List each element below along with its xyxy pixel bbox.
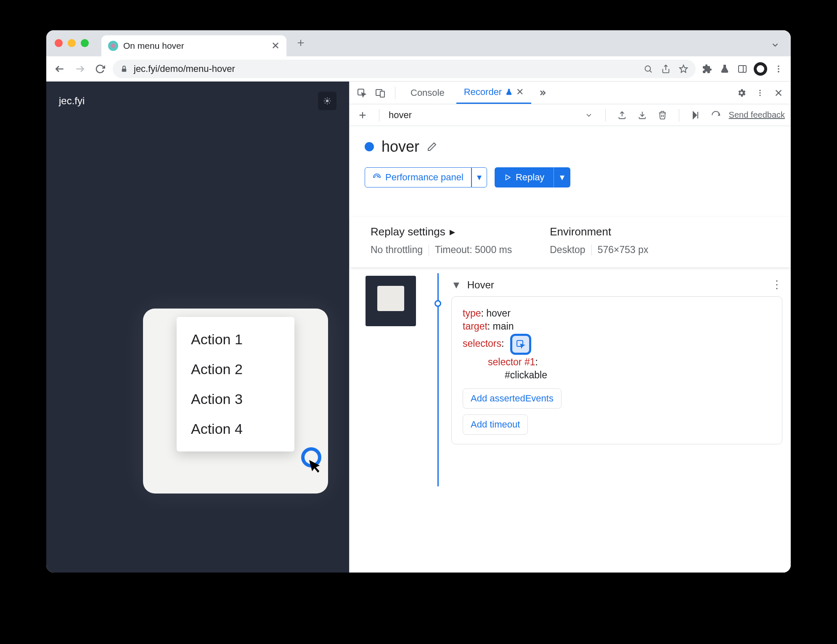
labs-icon[interactable]: [718, 63, 731, 75]
minimize-window-button[interactable]: [68, 39, 76, 47]
close-tab-button[interactable]: ✕: [271, 40, 280, 52]
browser-window: On menu hover ✕ ＋ jec.fyi/demo/menu-hove…: [46, 30, 791, 573]
menu-button[interactable]: [772, 63, 785, 75]
record-status-icon: [365, 142, 374, 151]
more-tabs-icon[interactable]: [535, 86, 550, 100]
settings-icon[interactable]: [734, 86, 749, 100]
gauge-icon: [373, 173, 381, 182]
add-timeout-button[interactable]: Add timeout: [463, 414, 528, 435]
profile-avatar[interactable]: [754, 62, 767, 76]
tab-console[interactable]: Console: [403, 82, 452, 104]
close-tab-icon[interactable]: ✕: [516, 87, 524, 98]
device-mode-icon[interactable]: [373, 86, 387, 100]
selector-picker-button[interactable]: [510, 334, 531, 355]
forward-button[interactable]: [72, 61, 87, 77]
svg-point-12: [326, 100, 329, 103]
continue-icon[interactable]: [709, 108, 723, 122]
kebab-icon[interactable]: [753, 86, 767, 100]
performance-dropdown[interactable]: ▾: [471, 167, 487, 187]
dropdown-icon[interactable]: [582, 108, 596, 122]
step-name: Hover: [467, 279, 494, 291]
extensions-icon[interactable]: [701, 63, 713, 75]
devtools-panel: Console Recorder ✕ hover: [349, 82, 791, 573]
close-devtools-icon[interactable]: [771, 86, 786, 100]
performance-panel-button[interactable]: Performance panel ▾: [365, 167, 487, 187]
tab-title: On menu hover: [123, 41, 266, 51]
favicon-icon: [108, 41, 118, 51]
svg-line-20: [329, 98, 330, 99]
add-asserted-events-button[interactable]: Add assertedEvents: [463, 388, 562, 409]
address-bar[interactable]: jec.fyi/demo/menu-hover: [113, 60, 696, 78]
reload-button[interactable]: [93, 61, 108, 77]
sidepanel-icon[interactable]: [736, 63, 749, 75]
svg-marker-31: [693, 112, 697, 119]
svg-point-26: [759, 95, 760, 96]
new-tab-button[interactable]: ＋: [292, 34, 309, 50]
svg-point-10: [778, 68, 779, 70]
replay-button[interactable]: Replay ▾: [495, 167, 570, 187]
content-area: jec.fyi Hover over me! Action 1 Action 2…: [46, 82, 791, 573]
menu-item[interactable]: Action 2: [177, 354, 294, 384]
menu-item[interactable]: Action 4: [177, 414, 294, 444]
window-controls: [55, 39, 89, 47]
edit-icon[interactable]: [427, 142, 437, 152]
steps-area: ▼ Hover ⋮ type: hover target: main selec…: [350, 273, 791, 444]
maximize-window-button[interactable]: [81, 39, 89, 47]
step-thumbnail: [366, 276, 416, 326]
new-recording-button[interactable]: [355, 108, 370, 122]
svg-marker-6: [680, 65, 687, 72]
device-value: Desktop: [550, 244, 585, 256]
viewport-value: 576×753 px: [598, 244, 649, 256]
hover-menu: Action 1 Action 2 Action 3 Action 4: [177, 317, 294, 451]
replay-dropdown[interactable]: ▾: [554, 167, 570, 187]
titlebar: On menu hover ✕ ＋: [46, 30, 791, 56]
timeout-value: Timeout: 5000 ms: [435, 244, 512, 256]
recording-title: hover: [381, 138, 419, 156]
flask-icon: [505, 88, 513, 96]
browser-toolbar: jec.fyi/demo/menu-hover: [46, 56, 791, 82]
svg-point-9: [778, 65, 779, 67]
svg-marker-34: [506, 175, 510, 180]
chevron-right-icon: ▸: [450, 225, 455, 238]
svg-line-33: [377, 176, 378, 177]
svg-point-24: [759, 90, 760, 91]
step-icon[interactable]: [689, 108, 703, 122]
menu-item[interactable]: Action 3: [177, 384, 294, 414]
replay-settings-bar: Replay settings ▸ No throttling Timeout:…: [350, 217, 791, 267]
import-icon[interactable]: [635, 108, 649, 122]
step-body: type: hover target: main selectors: sele…: [451, 296, 782, 444]
devtools-tabbar: Console Recorder ✕: [350, 82, 791, 104]
url-text: jec.fyi/demo/menu-hover: [134, 63, 235, 74]
svg-line-17: [325, 98, 326, 99]
feedback-link[interactable]: Send feedback: [729, 110, 785, 120]
timeline-node-icon: [434, 300, 441, 307]
browser-tab[interactable]: On menu hover ✕: [101, 35, 286, 56]
play-icon: [504, 174, 511, 181]
recorder-toolbar: hover Send feedback: [350, 104, 791, 126]
tabs-overflow-button[interactable]: [771, 40, 780, 50]
step-menu-icon[interactable]: ⋮: [771, 278, 782, 291]
step-header[interactable]: ▼ Hover ⋮: [451, 273, 782, 296]
theme-toggle-button[interactable]: [318, 92, 336, 110]
replay-settings-header[interactable]: Replay settings ▸: [371, 225, 512, 238]
svg-line-4: [650, 70, 652, 72]
svg-point-3: [645, 66, 651, 71]
svg-rect-7: [739, 66, 746, 72]
lock-icon: [120, 65, 128, 73]
bookmark-icon[interactable]: [679, 64, 688, 74]
inspect-icon[interactable]: [355, 86, 369, 100]
page-viewport: jec.fyi Hover over me! Action 1 Action 2…: [46, 82, 349, 573]
svg-rect-2: [122, 69, 127, 72]
svg-line-19: [325, 103, 326, 103]
share-icon[interactable]: [661, 64, 670, 74]
tab-recorder[interactable]: Recorder ✕: [456, 82, 531, 104]
delete-icon[interactable]: [655, 108, 670, 122]
close-window-button[interactable]: [55, 39, 63, 47]
throttling-value: No throttling: [371, 244, 423, 256]
zoom-icon[interactable]: [644, 64, 653, 74]
export-icon[interactable]: [615, 108, 629, 122]
svg-point-25: [759, 92, 760, 93]
menu-item[interactable]: Action 1: [177, 325, 294, 354]
site-title: jec.fyi: [59, 95, 85, 107]
back-button[interactable]: [52, 61, 67, 77]
